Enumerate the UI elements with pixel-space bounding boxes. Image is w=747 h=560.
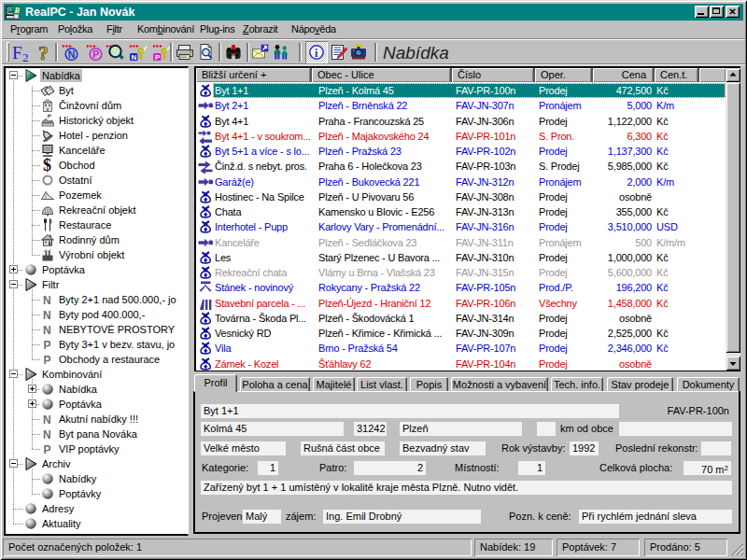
svg-text:P: P (92, 49, 99, 60)
svg-text:N: N (43, 324, 51, 337)
svg-text:2: 2 (22, 50, 29, 63)
svg-text:F: F (12, 43, 22, 62)
svg-text:P: P (44, 443, 51, 456)
svg-text:N: N (132, 53, 137, 62)
svg-text:N: N (68, 49, 76, 60)
svg-text:?: ? (38, 43, 49, 62)
svg-text:N: N (43, 309, 51, 322)
svg-text:N: N (43, 428, 51, 441)
svg-text:$: $ (43, 158, 51, 173)
svg-text:R: R (14, 6, 21, 15)
svg-text:P: P (44, 339, 51, 352)
svg-text:N: N (43, 294, 51, 307)
svg-text:N: N (43, 413, 51, 427)
svg-text:P: P (155, 53, 161, 62)
svg-text:P: P (44, 354, 51, 367)
